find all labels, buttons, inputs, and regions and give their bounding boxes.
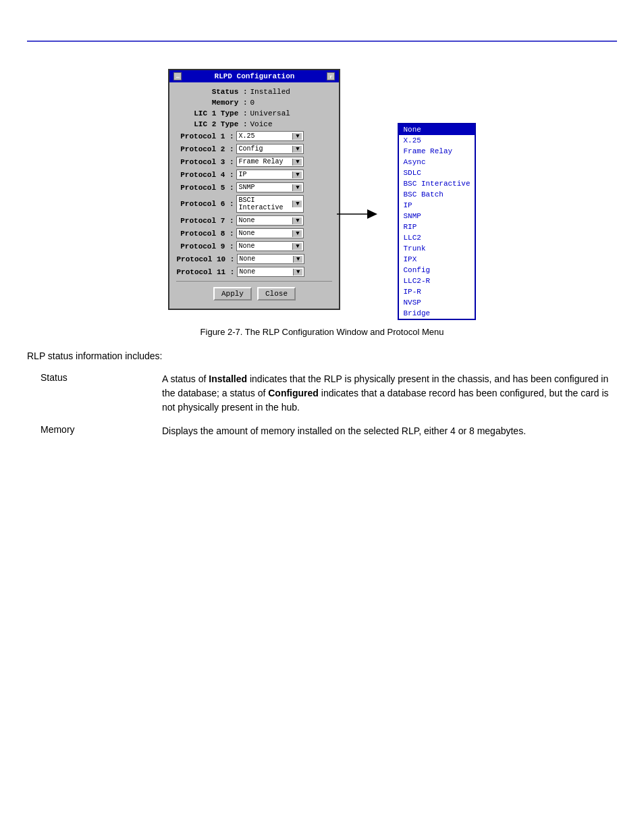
figure-caption: Figure 2-7. The RLP Configuration Window… — [200, 327, 444, 337]
dropdown-item-16[interactable]: NVSP — [399, 297, 474, 308]
protocol-label-8: Protocol 8 : — [176, 230, 234, 238]
description-intro: RLP status information includes: — [27, 350, 617, 361]
protocol-select-text-4: IP — [238, 171, 292, 178]
protocol-select-7[interactable]: None▼ — [236, 215, 304, 226]
dropdown-item-2[interactable]: Frame Relay — [399, 146, 474, 157]
protocol-select-arrow-2[interactable]: ▼ — [292, 146, 302, 153]
dropdown-item-5[interactable]: BSC Interactive — [399, 178, 474, 189]
protocol-select-arrow-6[interactable]: ▼ — [292, 201, 302, 207]
dropdown-item-13[interactable]: Config — [399, 265, 474, 276]
protocol-select-3[interactable]: Frame Relay▼ — [236, 157, 304, 167]
protocol-row-9: Protocol 9 :None▼ — [176, 241, 332, 251]
protocol-select-6[interactable]: BSCI Interactive▼ — [236, 195, 304, 213]
protocol-label-11: Protocol 11 : — [176, 268, 234, 276]
dropdown-item-15[interactable]: IP-R — [399, 286, 474, 297]
protocol-label-10: Protocol 10 : — [176, 255, 234, 263]
close-button[interactable]: Close — [257, 287, 296, 301]
dropdown-item-14[interactable]: LLC2-R — [399, 276, 474, 286]
status-row: Status : Installed — [176, 88, 332, 96]
divider — [176, 281, 332, 282]
protocol-label-1: Protocol 1 : — [176, 132, 234, 140]
protocol-rows: Protocol 1 :X.25▼Protocol 2 :Config▼Prot… — [176, 131, 332, 277]
protocol-select-arrow-10[interactable]: ▼ — [293, 256, 302, 263]
arrow-icon — [337, 204, 377, 224]
protocol-select-arrow-8[interactable]: ▼ — [292, 230, 302, 237]
window-minimize-btn[interactable]: — — [173, 72, 182, 80]
dropdown-item-1[interactable]: X.25 — [399, 135, 474, 146]
dropdown-item-17[interactable]: Bridge — [399, 308, 474, 319]
protocol-row-10: Protocol 10 :None▼ — [176, 254, 332, 264]
dropdown-item-3[interactable]: Async — [399, 157, 474, 167]
page-content: — RLPD Configuration r Status : Installe… — [0, 42, 644, 452]
lic1-row: LIC 1 Type : Universal — [176, 109, 332, 118]
lic1-value: Universal — [250, 109, 290, 118]
memory-term: Memory — [41, 424, 162, 438]
dropdown-item-12[interactable]: IPX — [399, 254, 474, 265]
config-titlebar: — RLPD Configuration r — [169, 70, 339, 82]
window-restore-btn[interactable]: r — [327, 72, 335, 80]
dropdown-item-8[interactable]: SNMP — [399, 211, 474, 221]
dropdown-item-6[interactable]: BSC Batch — [399, 189, 474, 200]
protocol-row-7: Protocol 7 :None▼ — [176, 215, 332, 226]
protocol-select-10[interactable]: None▼ — [237, 254, 304, 264]
protocol-select-text-9: None — [238, 242, 292, 250]
protocol-row-5: Protocol 5 :SNMP▼ — [176, 182, 332, 192]
protocol-select-text-1: X.25 — [238, 132, 292, 140]
memory-value: 0 — [250, 99, 254, 107]
protocol-label-2: Protocol 2 : — [176, 145, 234, 153]
protocol-select-arrow-11[interactable]: ▼ — [293, 269, 302, 276]
memory-row: Memory : 0 — [176, 99, 332, 107]
protocol-select-text-2: Config — [238, 145, 292, 153]
protocol-label-3: Protocol 3 : — [176, 158, 234, 166]
dropdown-item-4[interactable]: SDLC — [399, 167, 474, 178]
memory-desc-row: Memory Displays the amount of memory ins… — [41, 424, 617, 438]
protocol-select-5[interactable]: SNMP▼ — [236, 182, 304, 192]
lic2-label: LIC 2 Type : — [176, 120, 247, 128]
dropdown-item-7[interactable]: IP — [399, 200, 474, 211]
dropdown-item-9[interactable]: RIP — [399, 221, 474, 232]
protocol-select-arrow-3[interactable]: ▼ — [292, 159, 302, 165]
protocol-select-arrow-4[interactable]: ▼ — [292, 172, 302, 178]
dropdown-item-11[interactable]: Trunk — [399, 243, 474, 254]
apply-button[interactable]: Apply — [213, 287, 252, 301]
config-body: Status : Installed Memory : 0 LIC 1 Type… — [169, 82, 339, 309]
status-desc-row: Status A status of Installed indicates t… — [41, 372, 617, 415]
description-section: RLP status information includes: Status … — [27, 350, 617, 438]
status-label: Status : — [176, 88, 247, 96]
protocol-select-9[interactable]: None▼ — [236, 241, 304, 251]
dropdown-item-0[interactable]: None — [399, 124, 474, 135]
description-table: Status A status of Installed indicates t… — [41, 372, 617, 438]
protocol-select-4[interactable]: IP▼ — [236, 170, 304, 180]
svg-marker-1 — [367, 209, 377, 219]
figure-area: — RLPD Configuration r Status : Installe… — [27, 69, 617, 337]
dropdown-items: NoneX.25Frame RelayAsyncSDLCBSC Interact… — [399, 124, 474, 319]
status-term: Status — [41, 372, 162, 415]
protocol-select-1[interactable]: X.25▼ — [236, 131, 304, 141]
protocol-label-4: Protocol 4 : — [176, 171, 234, 179]
protocol-select-text-5: SNMP — [238, 184, 292, 191]
protocol-select-arrow-1[interactable]: ▼ — [292, 133, 302, 140]
dropdown-item-10[interactable]: LLC2 — [399, 232, 474, 243]
protocol-select-arrow-5[interactable]: ▼ — [292, 184, 302, 191]
memory-def: Displays the amount of memory installed … — [162, 424, 617, 438]
figure-row: — RLPD Configuration r Status : Installe… — [168, 69, 475, 320]
protocol-select-8[interactable]: None▼ — [236, 228, 304, 238]
protocol-select-arrow-9[interactable]: ▼ — [292, 243, 302, 250]
protocol-select-arrow-7[interactable]: ▼ — [292, 217, 302, 224]
lic1-label: LIC 1 Type : — [176, 109, 247, 118]
dropdown-menu[interactable]: NoneX.25Frame RelayAsyncSDLCBSC Interact… — [398, 123, 475, 320]
arrow-container — [337, 204, 377, 224]
protocol-label-7: Protocol 7 : — [176, 217, 234, 225]
protocol-label-5: Protocol 5 : — [176, 184, 234, 192]
protocol-row-6: Protocol 6 :BSCI Interactive▼ — [176, 195, 332, 213]
protocol-select-11[interactable]: None▼ — [237, 267, 304, 277]
protocol-label-6: Protocol 6 : — [176, 200, 234, 208]
protocol-select-2[interactable]: Config▼ — [236, 144, 304, 154]
config-buttons: Apply Close — [176, 287, 332, 301]
protocol-select-text-3: Frame Relay — [238, 158, 292, 165]
protocol-row-11: Protocol 11 :None▼ — [176, 267, 332, 277]
protocol-select-text-6: BSCI Interactive — [238, 197, 292, 211]
protocol-select-text-8: None — [238, 230, 292, 237]
protocol-label-9: Protocol 9 : — [176, 242, 234, 251]
protocol-row-1: Protocol 1 :X.25▼ — [176, 131, 332, 141]
